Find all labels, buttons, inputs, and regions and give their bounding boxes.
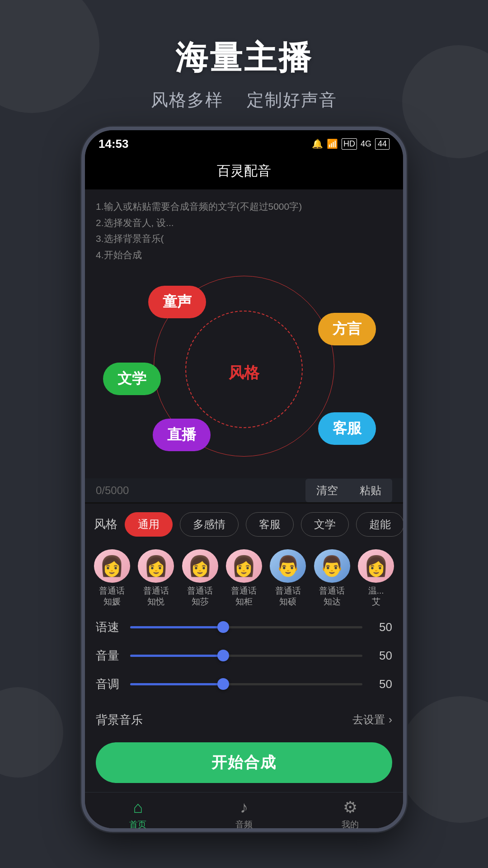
voice-item-zhiyuan[interactable]: 👩 普通话知媛 [92,549,131,608]
filter-wenxue[interactable]: 文学 [301,512,349,537]
avatar-wen: 👩 [358,549,394,582]
voice-item-zhida[interactable]: 👨 普通话知达 [312,549,352,608]
nav-home-label: 首页 [129,819,146,830]
avatar-zhisha: 👩 [182,549,218,582]
speed-fill [130,626,223,628]
nav-user[interactable]: ⚙ 我的 [342,798,359,830]
avatar-zhishuo: 👨 [270,549,306,582]
voice-name-zhida: 普通话知达 [319,585,345,608]
voice-item-zhigui[interactable]: 👩 普通话知柜 [224,549,263,608]
volume-slider-row: 音量 50 [96,648,392,664]
speed-label: 语速 [96,619,123,635]
nav-music[interactable]: ♪ 音频 [235,798,253,830]
instruction-line2: 2.选择发音人, 设... [96,215,392,231]
volume-label: 音量 [96,648,123,664]
avatar-zhiyuan: 👩 [94,549,130,582]
page-sub-title: 风格多样 定制好声音 [0,89,488,112]
nav-home[interactable]: ⌂ 首页 [129,798,146,830]
battery-icon: 44 [375,138,389,150]
bubble-wenxue[interactable]: 文学 [103,363,161,395]
speed-thumb[interactable] [217,621,229,633]
status-icons: 🔔 📶 HD 4G 44 [312,138,389,150]
phone-shell: 14:53 🔔 📶 HD 4G 44 百灵配音 1.输入或粘贴需要合成音频的文字… [81,127,407,832]
bg-music-setting-text: 去设置 [352,712,385,727]
style-filter-row: 风格 通用 多感情 客服 文学 超能 [85,504,403,545]
volume-value: 50 [370,649,392,663]
phone-mockup: 14:53 🔔 📶 HD 4G 44 百灵配音 1.输入或粘贴需要合成音频的文字… [81,127,407,832]
paste-button[interactable]: 粘贴 [349,479,392,502]
bg-music-label: 背景音乐 [96,712,143,728]
start-button-wrap: 开始合成 [85,735,403,792]
pitch-track[interactable] [130,683,362,685]
app-title: 百灵配音 [217,163,271,178]
avatar-zhida: 👨 [314,549,350,582]
signal-icon: 🔔 [312,138,323,149]
clear-button[interactable]: 清空 [305,479,349,502]
char-counter: 0/5000 [96,484,129,497]
bubble-zhibo[interactable]: 直播 [153,419,211,451]
speed-slider-row: 语速 50 [96,619,392,635]
bubble-kefu[interactable]: 客服 [318,412,376,445]
nav-user-label: 我的 [342,819,359,830]
style-filter-label: 风格 [94,516,117,532]
voices-row: 👩 普通话知媛 👩 普通话知悦 👩 普通话知莎 [85,545,403,615]
voice-item-zhisha[interactable]: 👩 普通话知莎 [180,549,220,608]
filter-chao[interactable]: 超能 [356,512,403,537]
voice-name-zhigui: 普通话知柜 [231,585,257,608]
music-icon: ♪ [240,798,248,817]
sliders-section: 语速 50 音量 50 [85,615,403,709]
instruction-line4: 4.开始合成 [96,247,392,263]
style-wheel: 风格 童声 方言 文学 直播 客服 [85,272,403,478]
phone-body: 1.输入或粘贴需要合成音频的文字(不超过5000字) 2.选择发音人, 设...… [85,189,403,832]
sub-title-part1: 风格多样 [151,90,223,109]
pitch-value: 50 [370,677,392,691]
hd-icon: HD [342,138,357,150]
status-bar: 14:53 🔔 📶 HD 4G 44 [85,130,403,157]
pitch-slider-row: 音调 50 [96,676,392,692]
bubble-tongsheng[interactable]: 童声 [148,286,206,318]
voice-name-zhishuo: 普通话知硕 [275,585,301,608]
voice-name-zhiyuan: 普通话知媛 [99,585,125,608]
voice-name-zhisha: 普通话知莎 [187,585,213,608]
voice-item-zhiyue[interactable]: 👩 普通话知悦 [136,549,175,608]
speed-track[interactable] [130,626,362,628]
cellular-icon: 4G [361,139,371,149]
nav-music-label: 音频 [235,819,253,830]
volume-track[interactable] [130,655,362,657]
home-icon: ⌂ [133,798,143,817]
volume-fill [130,655,223,657]
title-bar: 百灵配音 [85,157,403,189]
start-synthesis-button[interactable]: 开始合成 [96,742,392,783]
page-main-title: 海量主播 [0,36,488,80]
bottom-nav: ⌂ 首页 ♪ 音频 ⚙ 我的 [85,792,403,832]
wheel-center-label: 风格 [229,363,259,383]
filter-kefu[interactable]: 客服 [246,512,294,537]
filter-tongyong[interactable]: 通用 [125,512,173,537]
instructions-text: 1.输入或粘贴需要合成音频的文字(不超过5000字) 2.选择发音人, 设...… [85,189,403,268]
voice-name-wen: 温...艾 [368,585,384,608]
instruction-line3: 3.选择背景音乐( [96,231,392,247]
bubble-fangyan[interactable]: 方言 [318,313,376,345]
avatar-zhigui: 👩 [226,549,262,582]
bg-music-setting[interactable]: 去设置 › [352,712,392,727]
pitch-thumb[interactable] [217,678,229,690]
wifi-icon: 📶 [327,138,338,149]
voice-item-zhishuo[interactable]: 👨 普通话知硕 [268,549,308,608]
instruction-line1: 1.输入或粘贴需要合成音频的文字(不超过5000字) [96,198,392,215]
pitch-fill [130,683,223,685]
user-icon: ⚙ [343,798,357,817]
chevron-right-icon: › [389,713,392,726]
avatar-zhiyue: 👩 [138,549,174,582]
filter-duogangqing[interactable]: 多感情 [180,512,239,537]
sub-title-part2: 定制好声音 [247,90,337,109]
pitch-label: 音调 [96,676,123,692]
status-time: 14:53 [99,137,129,151]
voice-item-wen[interactable]: 👩 温...艾 [357,549,396,608]
action-buttons: 清空 粘贴 [305,479,392,502]
volume-thumb[interactable] [217,650,229,661]
counter-row: 0/5000 清空 粘贴 [85,478,403,502]
speed-value: 50 [370,620,392,634]
bg-music-row: 背景音乐 去设置 › [85,709,403,735]
voice-name-zhiyue: 普通话知悦 [143,585,169,608]
